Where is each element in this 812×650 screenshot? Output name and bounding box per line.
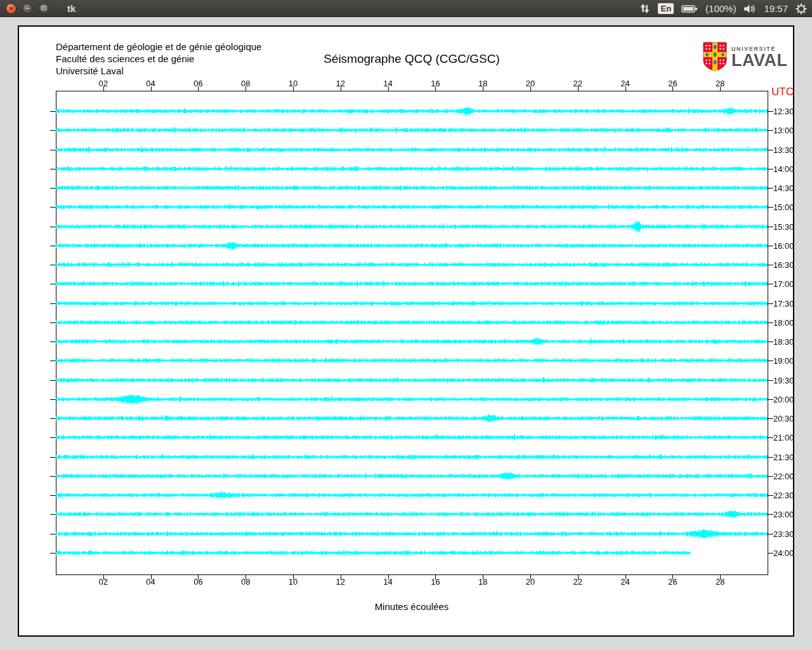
utc-time-label: 20:30 bbox=[773, 414, 794, 423]
close-button[interactable]: × bbox=[6, 3, 16, 14]
utc-time-label: 15:00 bbox=[773, 202, 794, 212]
x-tick-label-top: 10 bbox=[284, 79, 303, 88]
x-tick-label-bottom: 14 bbox=[379, 577, 398, 587]
utc-axis-title: UTC bbox=[771, 86, 794, 98]
utc-time-label: 16:00 bbox=[773, 241, 794, 251]
institution-line-3: Université Laval bbox=[56, 65, 261, 77]
utc-time-label: 20:00 bbox=[773, 395, 794, 404]
seismograph-page: Département de géologie et de génie géol… bbox=[19, 27, 793, 635]
x-tick-label-bottom: 04 bbox=[141, 577, 160, 587]
maximize-icon bbox=[42, 6, 46, 10]
laval-wordmark-bottom: LAVAL bbox=[731, 52, 787, 69]
utc-time-label: 17:30 bbox=[773, 299, 794, 308]
system-tray: En (100%) 19:57 bbox=[639, 0, 807, 17]
window-buttons: × − bbox=[0, 3, 49, 14]
keyboard-layout-indicator[interactable]: En bbox=[658, 3, 674, 14]
utc-time-label: 22:00 bbox=[773, 472, 794, 481]
x-tick-label-top: 12 bbox=[331, 79, 350, 88]
session-gear-icon[interactable] bbox=[796, 3, 807, 15]
x-tick-label-bottom: 22 bbox=[568, 577, 587, 587]
x-tick-label-bottom: 26 bbox=[663, 577, 682, 587]
x-tick-label-top: 18 bbox=[473, 79, 492, 88]
laval-wordmark: UNIVERSITÉ LAVAL bbox=[731, 46, 787, 69]
window-title: tk bbox=[67, 3, 75, 14]
tk-window: Département de géologie et de génie géol… bbox=[18, 25, 794, 637]
x-tick-label-top: 02 bbox=[94, 79, 113, 88]
utc-time-label: 24:00 bbox=[773, 548, 794, 558]
x-tick-label-top: 06 bbox=[188, 79, 207, 88]
utc-time-label: 19:30 bbox=[773, 376, 794, 385]
x-tick-label-top: 16 bbox=[426, 79, 445, 88]
volume-icon[interactable] bbox=[743, 4, 756, 14]
updown-arrows-icon[interactable] bbox=[639, 3, 650, 14]
x-tick-label-top: 26 bbox=[663, 79, 682, 88]
x-tick-label-bottom: 08 bbox=[236, 577, 255, 587]
minimize-button[interactable]: − bbox=[22, 3, 33, 14]
utc-time-label: 14:00 bbox=[773, 164, 794, 174]
laval-shield-icon bbox=[703, 42, 727, 72]
utc-time-label: 13:00 bbox=[773, 126, 794, 135]
titlebar: × − tk En (100%) 19:57 bbox=[0, 0, 812, 17]
institution-line-1: Département de géologie et de génie géol… bbox=[56, 41, 261, 53]
x-tick-label-top: 14 bbox=[379, 79, 398, 88]
x-tick-label-top: 28 bbox=[710, 79, 730, 88]
x-tick-label-top: 24 bbox=[616, 79, 635, 88]
universite-laval-logo: UNIVERSITÉ LAVAL bbox=[703, 42, 787, 72]
utc-time-label: 15:30 bbox=[773, 222, 794, 232]
x-tick-label-bottom: 28 bbox=[710, 577, 730, 587]
x-tick-label-bottom: 02 bbox=[94, 577, 113, 587]
utc-time-label: 12:30 bbox=[773, 107, 794, 116]
x-tick-label-bottom: 18 bbox=[473, 577, 492, 587]
maximize-button[interactable] bbox=[39, 3, 49, 14]
utc-time-label: 21:30 bbox=[773, 453, 794, 462]
battery-icon[interactable] bbox=[681, 4, 698, 13]
x-tick-label-bottom: 20 bbox=[521, 577, 540, 587]
x-tick-label-top: 20 bbox=[521, 79, 540, 88]
page-title: Séismographe QCQ (CGC/GSC) bbox=[56, 52, 768, 66]
utc-time-label: 21:00 bbox=[773, 433, 794, 442]
x-tick-label-top: 04 bbox=[141, 79, 160, 88]
utc-time-label: 22:30 bbox=[773, 491, 794, 500]
utc-time-label: 13:30 bbox=[773, 145, 794, 155]
x-tick-label-bottom: 10 bbox=[284, 577, 303, 587]
x-tick-label-bottom: 12 bbox=[331, 577, 350, 587]
clock[interactable]: 19:57 bbox=[764, 3, 788, 14]
utc-time-label: 16:30 bbox=[773, 260, 794, 270]
x-tick-label-bottom: 06 bbox=[188, 577, 207, 587]
utc-time-label: 14:30 bbox=[773, 183, 794, 193]
x-tick-label-top: 22 bbox=[568, 79, 587, 88]
utc-time-label: 17:00 bbox=[773, 279, 794, 289]
utc-time-label: 19:00 bbox=[773, 356, 794, 366]
utc-time-label: 23:30 bbox=[773, 529, 794, 539]
x-tick-label-top: 08 bbox=[236, 79, 255, 88]
utc-time-label: 18:30 bbox=[773, 337, 794, 347]
x-tick-label-bottom: 24 bbox=[616, 577, 635, 587]
x-tick-label-bottom: 16 bbox=[426, 577, 445, 587]
utc-time-label: 18:00 bbox=[773, 318, 794, 328]
utc-time-label: 23:00 bbox=[773, 510, 794, 519]
battery-percent[interactable]: (100%) bbox=[705, 3, 736, 14]
x-axis-caption: Minutes écoulées bbox=[56, 601, 768, 612]
seismograph-plot-canvas bbox=[19, 27, 793, 635]
